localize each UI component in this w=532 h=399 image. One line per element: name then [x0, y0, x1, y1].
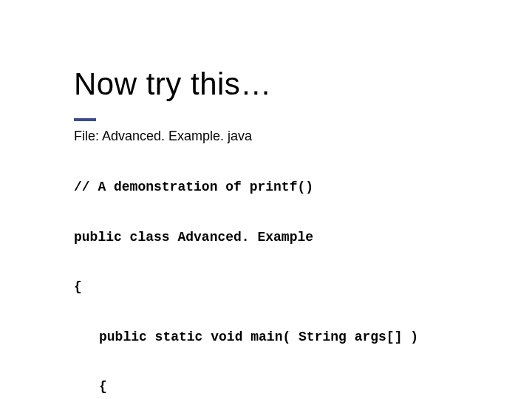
file-label: File: Advanced. Example. java: [74, 129, 488, 144]
code-line: public static void main( String args[] ): [74, 329, 488, 346]
code-line: public class Advanced. Example: [74, 229, 488, 246]
code-line: {: [74, 378, 488, 395]
slide-title: Now try this…: [74, 66, 488, 102]
slide: Now try this… File: Advanced. Example. j…: [0, 0, 532, 399]
code-block: // A demonstration of printf() public cl…: [74, 146, 488, 399]
code-line: {: [74, 279, 488, 296]
title-accent-bar: [74, 118, 96, 121]
code-line: // A demonstration of printf(): [74, 179, 488, 196]
